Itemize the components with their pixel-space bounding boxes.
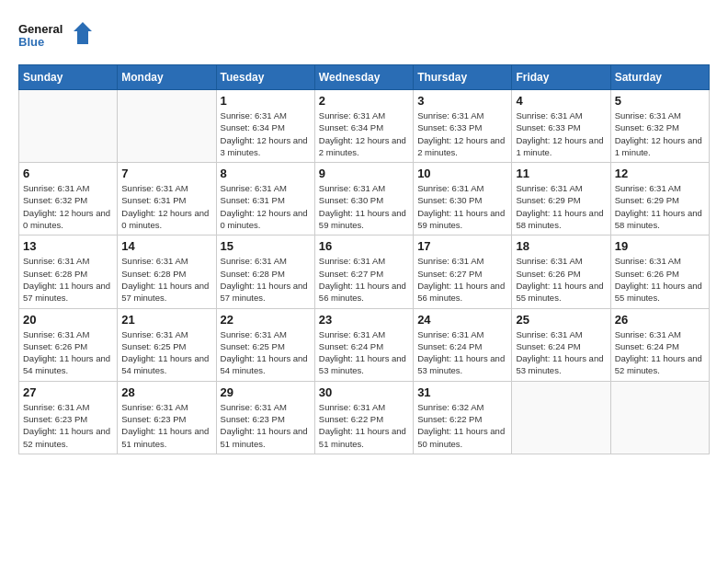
logo-icon: General Blue	[18, 18, 92, 55]
logo: General Blue	[18, 18, 92, 55]
calendar-cell: 31Sunrise: 6:32 AM Sunset: 6:22 PM Dayli…	[414, 381, 512, 454]
day-info: Sunrise: 6:31 AM Sunset: 6:23 PM Dayligh…	[121, 401, 211, 450]
day-number: 12	[615, 167, 705, 180]
day-info: Sunrise: 6:31 AM Sunset: 6:22 PM Dayligh…	[319, 401, 409, 450]
calendar-cell: 20Sunrise: 6:31 AM Sunset: 6:26 PM Dayli…	[19, 308, 118, 381]
calendar-cell: 7Sunrise: 6:31 AM Sunset: 6:31 PM Daylig…	[118, 163, 216, 236]
day-info: Sunrise: 6:31 AM Sunset: 6:33 PM Dayligh…	[516, 109, 606, 158]
calendar-cell	[512, 381, 610, 454]
calendar-cell: 3Sunrise: 6:31 AM Sunset: 6:33 PM Daylig…	[414, 90, 512, 163]
day-info: Sunrise: 6:31 AM Sunset: 6:28 PM Dayligh…	[23, 255, 113, 304]
calendar-cell: 5Sunrise: 6:31 AM Sunset: 6:32 PM Daylig…	[610, 90, 709, 163]
day-info: Sunrise: 6:31 AM Sunset: 6:34 PM Dayligh…	[319, 109, 409, 158]
day-number: 20	[23, 313, 113, 327]
calendar-cell: 23Sunrise: 6:31 AM Sunset: 6:24 PM Dayli…	[314, 308, 413, 381]
day-info: Sunrise: 6:31 AM Sunset: 6:30 PM Dayligh…	[319, 182, 409, 231]
day-info: Sunrise: 6:31 AM Sunset: 6:32 PM Dayligh…	[615, 109, 705, 158]
calendar-cell	[19, 90, 118, 163]
day-info: Sunrise: 6:31 AM Sunset: 6:24 PM Dayligh…	[417, 328, 507, 377]
calendar-cell: 25Sunrise: 6:31 AM Sunset: 6:24 PM Dayli…	[512, 308, 610, 381]
calendar-cell	[610, 381, 709, 454]
day-info: Sunrise: 6:31 AM Sunset: 6:31 PM Dayligh…	[121, 182, 211, 231]
day-number: 29	[221, 385, 311, 399]
calendar-cell: 2Sunrise: 6:31 AM Sunset: 6:34 PM Daylig…	[314, 90, 413, 163]
calendar-cell	[118, 90, 216, 163]
page-header: General Blue	[18, 18, 710, 55]
calendar-cell: 16Sunrise: 6:31 AM Sunset: 6:27 PM Dayli…	[314, 236, 413, 308]
calendar-cell: 12Sunrise: 6:31 AM Sunset: 6:29 PM Dayli…	[610, 163, 709, 236]
calendar-cell: 17Sunrise: 6:31 AM Sunset: 6:27 PM Dayli…	[414, 236, 512, 308]
calendar-week-row: 27Sunrise: 6:31 AM Sunset: 6:23 PM Dayli…	[19, 381, 710, 454]
day-number: 23	[319, 313, 409, 327]
calendar-cell: 22Sunrise: 6:31 AM Sunset: 6:25 PM Dayli…	[216, 308, 314, 381]
calendar-cell: 29Sunrise: 6:31 AM Sunset: 6:23 PM Dayli…	[216, 381, 314, 454]
day-number: 19	[615, 239, 705, 253]
day-info: Sunrise: 6:31 AM Sunset: 6:27 PM Dayligh…	[319, 255, 409, 304]
day-number: 2	[319, 94, 409, 108]
calendar-week-row: 13Sunrise: 6:31 AM Sunset: 6:28 PM Dayli…	[19, 236, 710, 308]
day-info: Sunrise: 6:31 AM Sunset: 6:34 PM Dayligh…	[221, 109, 311, 158]
calendar-cell: 13Sunrise: 6:31 AM Sunset: 6:28 PM Dayli…	[19, 236, 118, 308]
day-number: 18	[516, 239, 606, 253]
day-number: 27	[23, 385, 113, 399]
day-info: Sunrise: 6:31 AM Sunset: 6:28 PM Dayligh…	[221, 255, 311, 304]
day-number: 17	[417, 239, 507, 253]
calendar-header-wednesday: Wednesday	[314, 65, 413, 90]
day-info: Sunrise: 6:31 AM Sunset: 6:32 PM Dayligh…	[23, 182, 113, 231]
day-number: 25	[516, 313, 606, 327]
day-info: Sunrise: 6:31 AM Sunset: 6:30 PM Dayligh…	[417, 182, 507, 231]
day-number: 6	[23, 167, 113, 180]
day-number: 26	[615, 313, 705, 327]
calendar-cell: 30Sunrise: 6:31 AM Sunset: 6:22 PM Dayli…	[314, 381, 413, 454]
calendar-cell: 10Sunrise: 6:31 AM Sunset: 6:30 PM Dayli…	[414, 163, 512, 236]
day-number: 10	[417, 167, 507, 180]
day-number: 4	[516, 94, 606, 108]
day-info: Sunrise: 6:31 AM Sunset: 6:33 PM Dayligh…	[417, 109, 507, 158]
svg-text:General: General	[18, 22, 63, 36]
calendar-header-tuesday: Tuesday	[216, 65, 314, 90]
calendar-header-saturday: Saturday	[610, 65, 709, 90]
day-number: 11	[516, 167, 606, 180]
calendar-cell: 4Sunrise: 6:31 AM Sunset: 6:33 PM Daylig…	[512, 90, 610, 163]
day-number: 16	[319, 239, 409, 253]
calendar-week-row: 1Sunrise: 6:31 AM Sunset: 6:34 PM Daylig…	[19, 90, 710, 163]
day-number: 3	[417, 94, 507, 108]
day-info: Sunrise: 6:31 AM Sunset: 6:29 PM Dayligh…	[615, 182, 705, 231]
calendar-cell: 6Sunrise: 6:31 AM Sunset: 6:32 PM Daylig…	[19, 163, 118, 236]
calendar-cell: 1Sunrise: 6:31 AM Sunset: 6:34 PM Daylig…	[216, 90, 314, 163]
day-info: Sunrise: 6:31 AM Sunset: 6:24 PM Dayligh…	[615, 328, 705, 377]
calendar-cell: 8Sunrise: 6:31 AM Sunset: 6:31 PM Daylig…	[216, 163, 314, 236]
calendar-header-thursday: Thursday	[414, 65, 512, 90]
day-info: Sunrise: 6:31 AM Sunset: 6:29 PM Dayligh…	[516, 182, 606, 231]
day-number: 28	[121, 385, 211, 399]
calendar-week-row: 20Sunrise: 6:31 AM Sunset: 6:26 PM Dayli…	[19, 308, 710, 381]
calendar-cell: 15Sunrise: 6:31 AM Sunset: 6:28 PM Dayli…	[216, 236, 314, 308]
calendar-cell: 21Sunrise: 6:31 AM Sunset: 6:25 PM Dayli…	[118, 308, 216, 381]
calendar-cell: 27Sunrise: 6:31 AM Sunset: 6:23 PM Dayli…	[19, 381, 118, 454]
day-info: Sunrise: 6:32 AM Sunset: 6:22 PM Dayligh…	[417, 401, 507, 450]
calendar-header-sunday: Sunday	[19, 65, 118, 90]
calendar-cell: 11Sunrise: 6:31 AM Sunset: 6:29 PM Dayli…	[512, 163, 610, 236]
calendar: SundayMondayTuesdayWednesdayThursdayFrid…	[18, 64, 710, 454]
day-info: Sunrise: 6:31 AM Sunset: 6:24 PM Dayligh…	[516, 328, 606, 377]
day-number: 22	[221, 313, 311, 327]
calendar-cell: 19Sunrise: 6:31 AM Sunset: 6:26 PM Dayli…	[610, 236, 709, 308]
calendar-header-row: SundayMondayTuesdayWednesdayThursdayFrid…	[19, 65, 710, 90]
calendar-cell: 9Sunrise: 6:31 AM Sunset: 6:30 PM Daylig…	[314, 163, 413, 236]
calendar-cell: 26Sunrise: 6:31 AM Sunset: 6:24 PM Dayli…	[610, 308, 709, 381]
day-number: 1	[221, 94, 311, 108]
day-info: Sunrise: 6:31 AM Sunset: 6:25 PM Dayligh…	[221, 328, 311, 377]
day-info: Sunrise: 6:31 AM Sunset: 6:24 PM Dayligh…	[319, 328, 409, 377]
calendar-cell: 14Sunrise: 6:31 AM Sunset: 6:28 PM Dayli…	[118, 236, 216, 308]
day-number: 7	[121, 167, 211, 180]
day-number: 5	[615, 94, 705, 108]
day-number: 15	[221, 239, 311, 253]
day-number: 8	[221, 167, 311, 180]
day-number: 24	[417, 313, 507, 327]
day-number: 9	[319, 167, 409, 180]
day-info: Sunrise: 6:31 AM Sunset: 6:31 PM Dayligh…	[221, 182, 311, 231]
day-number: 14	[121, 239, 211, 253]
day-info: Sunrise: 6:31 AM Sunset: 6:26 PM Dayligh…	[516, 255, 606, 304]
calendar-cell: 18Sunrise: 6:31 AM Sunset: 6:26 PM Dayli…	[512, 236, 610, 308]
day-info: Sunrise: 6:31 AM Sunset: 6:25 PM Dayligh…	[121, 328, 211, 377]
